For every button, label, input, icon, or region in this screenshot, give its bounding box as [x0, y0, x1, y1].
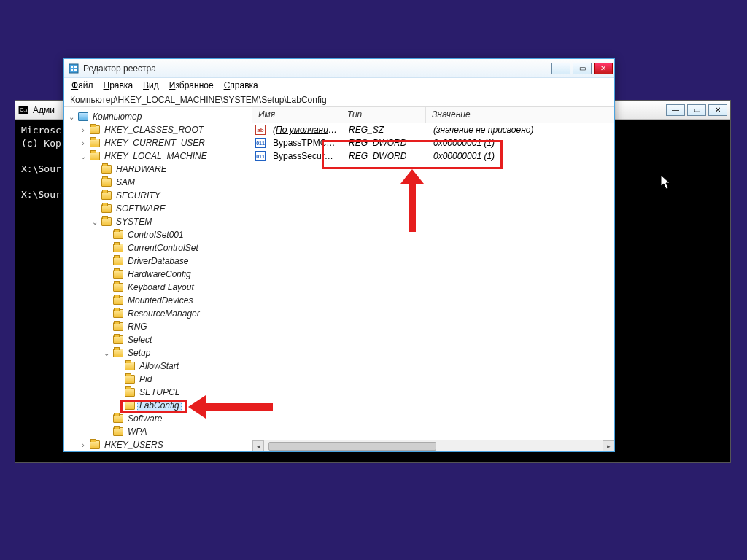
regedit-tree-panel[interactable]: ⌄Компьютер›HKEY_CLASSES_ROOT›HKEY_CURREN… — [64, 107, 252, 451]
folder-icon — [113, 244, 123, 252]
tree-item-label: LabConfig — [137, 400, 182, 411]
tree-item-allowstart[interactable]: AllowStart — [114, 359, 252, 373]
folder-icon — [113, 296, 123, 305]
folder-icon — [90, 152, 100, 160]
regedit-maximize-button[interactable]: ▭ — [573, 63, 592, 74]
tree-item-rng[interactable]: RNG — [102, 320, 252, 333]
tree-expand-toggle[interactable]: ⌄ — [102, 349, 111, 357]
tree-item-label: SETUPCL — [137, 387, 182, 397]
tree-expand-toggle[interactable]: ⌄ — [67, 113, 76, 121]
tree-expand-toggle[interactable]: › — [79, 441, 88, 449]
tree-item-label: CurrentControlSet — [125, 243, 201, 253]
value-type: REG_SZ — [343, 125, 427, 135]
tree-item-label: HKEY_CLASSES_ROOT — [102, 125, 206, 135]
col-header-value[interactable]: Значение — [426, 107, 614, 122]
tree-item-label: RNG — [125, 322, 150, 332]
tree-item-hkey-current-user[interactable]: ›HKEY_CURRENT_USER — [79, 136, 252, 149]
regedit-titlebar[interactable]: Редактор реестра — ▭ ✕ — [64, 59, 614, 78]
regedit-close-button[interactable]: ✕ — [594, 63, 613, 74]
regedit-list-panel[interactable]: Имя Тип Значение ab(По умолчанию)REG_SZ(… — [252, 107, 614, 451]
registry-value-row[interactable]: ab(По умолчанию)REG_SZ(значение не присв… — [252, 123, 614, 136]
folder-icon — [90, 139, 100, 147]
tree-item-currentcontrolset[interactable]: CurrentControlSet — [102, 241, 252, 254]
regedit-address-bar[interactable]: Компьютер\HKEY_LOCAL_MACHINE\SYSTEM\Setu… — [64, 93, 614, 107]
tree-item-label: HKEY_LOCAL_MACHINE — [102, 151, 209, 161]
folder-icon — [113, 322, 123, 331]
reg-string-icon: ab — [255, 125, 266, 135]
tree-item-label: Setup — [125, 348, 152, 358]
tree-item-hardware[interactable]: HARDWARE — [90, 163, 252, 176]
tree-item-select[interactable]: Select — [102, 333, 252, 346]
tree-item-label: WPA — [125, 427, 149, 437]
cmd-title: Адми — [33, 105, 55, 115]
tree-expand-toggle[interactable]: › — [79, 139, 88, 147]
value-data: 0x00000001 (1) — [427, 151, 614, 161]
svg-rect-1 — [71, 66, 73, 68]
col-header-type[interactable]: Тип — [341, 107, 426, 122]
folder-icon — [113, 335, 123, 344]
tree-item-software[interactable]: SOFTWARE — [90, 202, 252, 215]
registry-value-row[interactable]: 011BypassSecureBo...REG_DWORD0x00000001 … — [252, 149, 614, 163]
folder-icon — [90, 440, 100, 449]
cmd-minimize-button[interactable]: — — [666, 104, 685, 116]
tree-item-sam[interactable]: SAM — [90, 176, 252, 189]
tree-item-label: DriverDatabase — [125, 256, 190, 266]
tree-item-setupcl[interactable]: SETUPCL — [114, 386, 252, 399]
tree-item-driverdatabase[interactable]: DriverDatabase — [102, 254, 252, 268]
col-header-name[interactable]: Имя — [252, 107, 341, 122]
menu-favorites[interactable]: Избранное — [169, 80, 214, 90]
tree-item-label: HARDWARE — [114, 164, 169, 174]
tree-item-pid[interactable]: Pid — [114, 373, 252, 386]
tree-item-hkey-users[interactable]: ›HKEY_USERS — [79, 438, 252, 451]
tree-expand-toggle[interactable]: ⌄ — [79, 152, 88, 160]
tree-item-software[interactable]: Software — [102, 412, 252, 425]
regedit-minimize-button[interactable]: — — [551, 63, 570, 74]
svg-rect-3 — [71, 69, 73, 71]
tree-expand-toggle[interactable]: › — [79, 126, 88, 134]
tree-item-label: MountedDevices — [125, 295, 195, 306]
folder-icon — [113, 309, 123, 318]
tree-item-label: Pid — [137, 374, 154, 384]
value-type: REG_DWORD — [343, 138, 427, 148]
folder-icon — [101, 191, 112, 200]
tree-item-label: HKEY_USERS — [102, 440, 166, 450]
tree-item-security[interactable]: SECURITY — [90, 189, 252, 202]
tree-item-hardwareconfig[interactable]: HardwareConfig — [102, 268, 252, 281]
folder-icon — [101, 217, 112, 226]
tree-item-keyboard-layout[interactable]: Keyboard Layout — [102, 281, 252, 294]
tree-item-label: AllowStart — [137, 361, 181, 371]
tree-item-controlset001[interactable]: ControlSet001 — [102, 228, 252, 241]
menu-file[interactable]: Файл — [71, 80, 93, 90]
tree-item-setup[interactable]: ⌄Setup — [102, 346, 252, 359]
tree-item-hkey-local-machine[interactable]: ⌄HKEY_LOCAL_MACHINE — [79, 149, 252, 163]
tree-item-labconfig[interactable]: LabConfig — [114, 399, 252, 412]
tree-item-label: ControlSet001 — [125, 230, 186, 240]
menu-help[interactable]: Справка — [224, 80, 258, 90]
regedit-address-text: Компьютер\HKEY_LOCAL_MACHINE\SYSTEM\Setu… — [70, 95, 327, 105]
tree-item-resourcemanager[interactable]: ResourceManager — [102, 307, 252, 320]
cmd-close-button[interactable]: ✕ — [708, 104, 727, 116]
folder-icon — [125, 375, 135, 384]
folder-icon — [113, 349, 123, 357]
registry-value-row[interactable]: 011BypassTPMCheckREG_DWORD0x00000001 (1) — [252, 136, 614, 149]
folder-icon — [113, 257, 123, 265]
regedit-app-icon — [69, 63, 79, 74]
tree-item-system[interactable]: ⌄SYSTEM — [90, 215, 252, 228]
tree-item-wpa[interactable]: WPA — [102, 425, 252, 438]
scroll-left-button[interactable]: ◂ — [252, 440, 264, 451]
svg-rect-2 — [74, 66, 77, 68]
tree-item-label: HKEY_CURRENT_USER — [102, 138, 207, 148]
menu-edit[interactable]: Правка — [104, 80, 133, 90]
list-horizontal-scrollbar[interactable]: ◂ ▸ — [252, 440, 614, 451]
scroll-right-button[interactable]: ▸ — [603, 440, 614, 451]
folder-icon — [101, 165, 112, 174]
menu-view[interactable]: Вид — [143, 80, 159, 90]
tree-item-hkey-classes-root[interactable]: ›HKEY_CLASSES_ROOT — [79, 123, 252, 136]
tree-item-mounteddevices[interactable]: MountedDevices — [102, 294, 252, 307]
scroll-thumb[interactable] — [268, 442, 436, 451]
folder-icon — [90, 125, 100, 134]
folder-icon — [113, 270, 123, 279]
tree-item--[interactable]: ⌄Компьютер — [67, 110, 252, 123]
cmd-maximize-button[interactable]: ▭ — [687, 104, 706, 116]
tree-expand-toggle[interactable]: ⌄ — [90, 218, 99, 226]
